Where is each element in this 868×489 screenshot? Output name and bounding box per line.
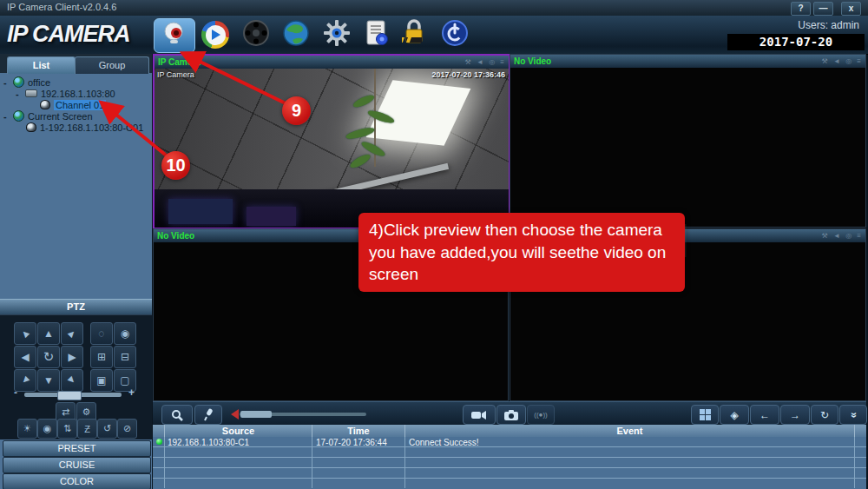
bulb-icon: ◉ [43,423,52,434]
cycle-button[interactable]: ↻ [811,405,838,425]
zoom-out-button[interactable]: ⊟ [114,346,136,368]
lock-button[interactable] [400,18,428,51]
record-button[interactable] [240,18,273,51]
minimize-button[interactable]: — [813,2,833,16]
preset-button[interactable]: PRESET [3,440,151,457]
ptz-left-button[interactable]: ◀ [14,346,36,368]
time-column-header[interactable]: Time [312,425,405,437]
ptz-auto-button[interactable]: ↻ [37,346,60,368]
preview-button[interactable] [154,18,195,53]
tree-item-device[interactable]: - 192.168.1.103:80 [16,88,143,99]
speed-minus-label: - [14,387,17,399]
speaker-muted-icon[interactable] [226,409,239,420]
tab-list[interactable]: List [7,56,76,74]
globe-icon [13,76,24,88]
iris-open-button[interactable]: ◌ [90,322,113,345]
globe-icon [13,110,24,122]
status-column-header[interactable] [153,425,165,437]
collapse-icon[interactable]: - [16,89,23,99]
tutorial-note: 4)Click preview then choose the camera y… [358,213,685,292]
tree-item-channel01[interactable]: Channel 01 [38,99,143,110]
speed-plus-label: + [128,387,135,399]
online-status-icon [156,439,162,445]
layout-grid-button[interactable] [691,405,719,425]
loop-button[interactable]: ↺ [97,419,117,439]
ptz-right-button[interactable]: ▶ [61,346,83,368]
main-toolbar: IP CAMERA [0,16,868,55]
tab-group[interactable]: Group [75,56,149,74]
digital-zoom-button[interactable] [161,405,193,425]
video-panel-1-title: IP Camera [158,57,465,67]
camcorder-icon [471,410,487,420]
exit-button[interactable] [438,18,471,51]
ptz-up-left-button[interactable]: ▲ [14,322,36,345]
snapshot-button[interactable] [496,405,526,425]
focus-near-button[interactable]: ▣ [90,369,113,392]
empty-row [153,468,866,479]
cruise-button[interactable]: CRUISE [3,457,151,473]
volume-slider-handle[interactable] [240,411,272,418]
event-source: 192.168.1.103:80-C1 [168,438,249,447]
zoom-in-button[interactable]: ⊞ [90,346,113,368]
arrow-up-icon: ▲ [43,327,54,340]
ptz-up-button[interactable]: ▲ [37,322,60,345]
stop-button[interactable]: ⊘ [117,419,137,439]
light-button[interactable]: ☀ [17,419,37,439]
panel-tool-icons[interactable]: ⚒ ◄ ◎ ≡ [822,57,863,65]
ptz-up-right-button[interactable]: ▲ [61,322,83,345]
playback-button[interactable] [199,18,232,51]
color-button[interactable]: COLOR [3,473,151,489]
speed-slider-handle[interactable] [57,391,82,400]
ptz-down-button[interactable]: ▼ [37,369,60,392]
event-message: Connect Success! [409,438,479,447]
empty-row [153,458,866,468]
preview-control-bar: ((●)) ◈ ← → ↻ « [153,401,866,426]
globe-icon [282,19,310,50]
wiper-button[interactable]: Ƶ [77,419,97,439]
arrow-left-icon: ← [760,409,770,421]
arrow-right-icon: → [790,409,800,421]
close-button[interactable]: x [841,2,861,16]
video-panel-2[interactable]: No Video ⚒ ◄ ◎ ≡ [510,54,866,228]
event-column-header[interactable]: Event [405,425,855,437]
video-panel-2-header: No Video ⚒ ◄ ◎ ≡ [510,55,865,69]
source-column-header[interactable]: Source [165,425,312,437]
tree-item-screen-channel[interactable]: 1-192.168.1.103:80-C01 [24,122,143,133]
power-icon [441,19,469,50]
ptz-panel-header[interactable]: PTZ [0,299,152,315]
bulb-button[interactable]: ◉ [37,419,57,439]
scrollbar-column-header[interactable] [855,425,866,437]
alarm-button[interactable]: ((●)) [527,405,555,425]
ptz-down-right-button[interactable]: ▲ [61,369,83,392]
event-row[interactable]: 192.168.1.103:80-C1 17-07-20 17:36:44 Co… [153,437,866,447]
video-panel-1[interactable]: IP Camera ⚒ ◄ ◎ ≡ IP [153,54,510,229]
loop-icon: ↺ [103,423,111,434]
panel-tool-icons[interactable]: ⚒ ◄ ◎ ≡ [822,232,863,240]
camera-icon [26,122,36,132]
tree-item-office[interactable]: - office [3,76,143,88]
users-label: Users: admin [798,19,859,31]
iris-close-button[interactable]: ◉ [114,322,136,345]
fullscreen-button[interactable]: ◈ [720,405,749,425]
step-9-badge: 9 [282,96,311,125]
tree-item-current-screen[interactable]: - Current Screen [3,110,143,122]
arrow-left-icon: ◀ [21,351,29,363]
title-bar: IP Camera Client-v2.0.4.6 ? — x [0,0,868,17]
record-video-button[interactable] [463,405,496,425]
settings-button[interactable] [320,18,353,51]
help-button[interactable]: ? [791,2,811,16]
video-panel-2-title: No Video [514,56,822,66]
panel-tool-icons[interactable]: ⚒ ◄ ◎ ≡ [465,58,506,66]
grid-icon [700,409,711,420]
collapse-icon[interactable]: - [3,111,11,122]
log-button[interactable] [360,18,393,51]
collapse-panel-button[interactable]: « [839,405,867,425]
talk-button[interactable] [194,405,222,425]
window-title: IP Camera Client-v2.0.4.6 [7,2,116,12]
previous-page-button[interactable]: ← [750,405,779,425]
network-button[interactable] [279,18,312,51]
next-page-button[interactable]: → [780,405,810,425]
updown-button[interactable]: ⇅ [57,419,77,439]
iris-open-icon: ◌ [98,327,104,340]
collapse-icon[interactable]: - [3,77,11,88]
